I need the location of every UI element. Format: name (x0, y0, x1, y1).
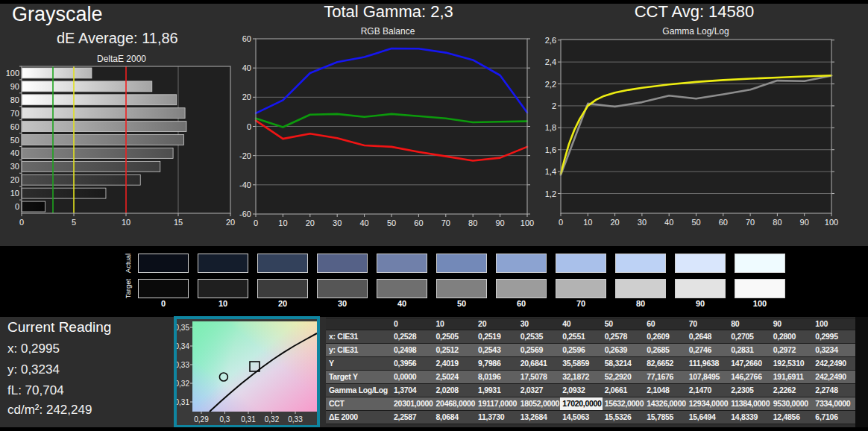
table-cell[interactable]: 0,2648 (687, 330, 729, 343)
table-cell[interactable]: 242,2490 (813, 371, 855, 383)
table-cell-selected[interactable]: 17020,0000 (560, 397, 603, 410)
cie-chromaticity-chart: 0,350,340,330,320,310,290,30,310,320,33 (177, 319, 317, 425)
table-cell[interactable]: 12,4856 (771, 411, 814, 424)
table-cell[interactable]: 2,1048 (644, 384, 687, 397)
table-cell[interactable]: 17,5078 (518, 371, 561, 383)
grayscale-swatch-strip: Actual Target 0102030405060708090100 (0, 246, 868, 317)
table-cell[interactable]: 0,2569 (518, 344, 561, 356)
table-cell[interactable]: 14,5063 (560, 411, 603, 424)
table-cell[interactable]: 20,6841 (518, 357, 561, 370)
axis-tick-label: 70 (746, 218, 755, 227)
cie-gradient-layer (192, 321, 317, 412)
table-cell[interactable]: 0,2512 (434, 344, 477, 356)
table-cell[interactable]: 20468,0000 (434, 397, 477, 410)
axis-tick-label: 0,34 (177, 342, 189, 350)
target-row-label: Target (124, 274, 133, 303)
table-cell[interactable]: 2,2587 (391, 411, 434, 424)
table-cell[interactable]: 0,2995 (813, 330, 855, 343)
table-cell[interactable]: 2,2748 (813, 384, 855, 397)
axis-tick-label: 0 (247, 122, 251, 131)
bar-category-label: 100 (6, 69, 19, 78)
table-cell[interactable]: 0,2972 (771, 344, 814, 356)
axis-tick-label: 10 (278, 218, 287, 227)
table-cell[interactable]: 14326,0000 (644, 397, 687, 410)
table-cell[interactable]: 18052,0000 (518, 397, 561, 410)
table-cell[interactable]: 6,7106 (813, 411, 855, 424)
table-cell[interactable]: 0,2578 (603, 330, 645, 343)
table-cell[interactable]: 0,0000 (391, 371, 434, 383)
table-cell[interactable]: 147,2660 (729, 357, 771, 370)
table-cell[interactable]: 0,2705 (729, 330, 771, 343)
table-cell[interactable]: 1,9931 (476, 384, 518, 397)
table-cell[interactable]: 19117,0000 (476, 397, 518, 410)
table-cell[interactable]: 15632,0000 (603, 397, 645, 410)
table-cell[interactable]: 146,2766 (729, 371, 771, 383)
table-cell[interactable]: 82,6652 (644, 357, 687, 370)
table-cell[interactable]: 0,3234 (813, 344, 855, 356)
table-cell[interactable]: 9530,0000 (771, 397, 814, 410)
table-cell[interactable]: 191,6911 (771, 371, 814, 383)
table-cell[interactable]: 0,3956 (391, 357, 434, 370)
table-cell[interactable]: 0,2685 (644, 344, 687, 356)
table-cell[interactable]: 32,1872 (560, 371, 603, 383)
table-cell[interactable]: 0,2519 (476, 330, 518, 343)
axis-tick-label: 0,3 (220, 415, 230, 424)
table-cell[interactable]: 2,0208 (434, 384, 477, 397)
table-cell[interactable]: 8,0196 (476, 371, 518, 383)
table-cell[interactable]: 111,9638 (687, 357, 729, 370)
table-cell[interactable]: 0,2498 (391, 344, 434, 356)
table-cell[interactable]: 2,4019 (434, 357, 477, 370)
cie-chromaticity-panel[interactable]: 0,350,340,330,320,310,290,30,310,320,33 (174, 316, 320, 428)
table-cell[interactable]: 2,0932 (560, 384, 603, 397)
table-cell[interactable]: 11,3730 (476, 411, 518, 424)
axis-tick-label: 15 (174, 218, 183, 227)
table-cell[interactable]: 12934,0000 (687, 397, 729, 410)
table-cell[interactable]: 2,5024 (434, 371, 477, 383)
table-cell[interactable]: 9,7986 (476, 357, 518, 370)
calibration-report-page: { "header": { "title": "Grayscale", "de_… (0, 0, 868, 431)
table-cell[interactable]: 15,6494 (687, 411, 729, 424)
table-cell[interactable]: 107,8495 (687, 371, 729, 383)
table-cell[interactable]: 0,2596 (560, 344, 603, 356)
table-cell[interactable]: 20301,0000 (391, 397, 434, 410)
table-cell[interactable]: 0,2528 (391, 330, 434, 343)
table-cell[interactable]: 0,2543 (476, 344, 518, 356)
actual-swatch-100 (735, 254, 785, 273)
table-cell[interactable]: 0,2609 (644, 330, 687, 343)
table-cell[interactable]: 2,0661 (603, 384, 645, 397)
table-cell[interactable]: 52,2920 (603, 371, 645, 383)
table-cell[interactable]: 0,2535 (518, 330, 561, 343)
table-cell[interactable]: 15,7855 (644, 411, 687, 424)
table-cell[interactable]: 15,5326 (603, 411, 645, 424)
table-cell[interactable]: 242,2490 (813, 357, 855, 370)
table-cell[interactable]: 2,0327 (518, 384, 561, 397)
table-cell[interactable]: 0,2800 (771, 330, 814, 343)
table-cell[interactable]: 0,2639 (603, 344, 645, 356)
table-cell[interactable]: 14,8339 (729, 411, 771, 424)
table-cell[interactable]: 1,3704 (391, 384, 434, 397)
table-cell[interactable]: 13,2684 (518, 411, 561, 424)
table-cell[interactable]: 77,1676 (644, 371, 687, 383)
table-row-label: CCT (326, 397, 391, 410)
table-cell[interactable]: 35,5859 (560, 357, 603, 370)
table-cell[interactable]: 2,2262 (771, 384, 814, 397)
deltae-bar (22, 108, 185, 119)
table-row-label: x: CIE31 (326, 330, 391, 343)
axis-tick-label: 60 (242, 36, 251, 43)
table-cell[interactable]: 0,2551 (560, 330, 603, 343)
table-cell[interactable]: 11384,0000 (729, 397, 771, 410)
deltae-bar (22, 81, 152, 92)
axis-tick-label: 0 (559, 218, 563, 227)
table-cell[interactable]: 0,2746 (687, 344, 729, 356)
table-cell[interactable]: 58,3214 (603, 357, 645, 370)
swatch-level-label: 50 (436, 299, 487, 308)
table-cell[interactable]: 7334,0000 (813, 397, 855, 410)
table-cell[interactable]: 8,0684 (434, 411, 477, 424)
table-cell[interactable]: 192,5310 (771, 357, 814, 370)
table-cell[interactable]: 0,2505 (434, 330, 477, 343)
table-row-label: Gamma Log/Log (326, 384, 391, 397)
reading-fl-value: fL: 70,704 (7, 383, 64, 398)
table-cell[interactable]: 2,2305 (729, 384, 771, 397)
table-cell[interactable]: 0,2831 (729, 344, 771, 356)
table-cell[interactable]: 2,1470 (687, 384, 729, 397)
